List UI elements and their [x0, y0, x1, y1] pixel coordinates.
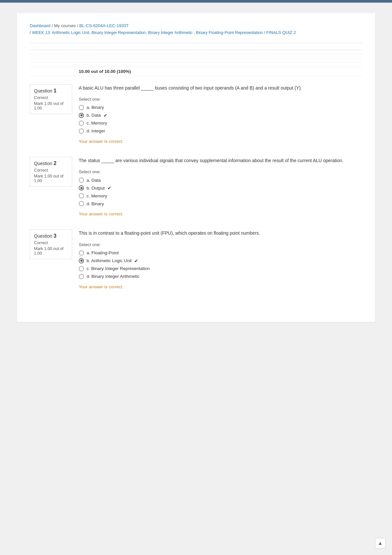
time-taken-label — [30, 62, 75, 67]
started-on-value — [75, 50, 362, 54]
option-2-b: b. Output ✔ — [79, 185, 362, 191]
option-label-3-b: b. Arithmetic Logic Unit — [87, 258, 132, 263]
option-1-d: d. Integer — [79, 128, 362, 134]
state-value — [75, 54, 362, 58]
question-block-3: Question 3 Correct Mark 1.00 out of 1.00… — [30, 229, 362, 289]
breadcrumb-course[interactable]: BL-CS-6204A-LEC-1933T — [79, 23, 129, 28]
question-mark-3: Mark 1.00 out of 1.00 — [34, 246, 68, 256]
info-row-time — [30, 62, 362, 67]
question-text-3: This is in contrast to a floating-point … — [79, 229, 362, 237]
checkmark-icon-2-b: ✔ — [107, 185, 111, 191]
option-label-1-c: c. Memory — [87, 121, 107, 126]
option-label-3-a: a. Floating-Point — [87, 250, 119, 255]
option-2-d: d. Binary — [79, 201, 362, 206]
info-row-state — [30, 54, 362, 58]
option-label-1-b: b. Data — [87, 113, 101, 118]
question-mark-2: Mark 1.00 out of 1.00 — [34, 174, 68, 183]
radio-2-c — [79, 193, 84, 198]
question-status-2: Correct — [34, 168, 68, 173]
state-label — [30, 54, 75, 58]
time-taken-value — [75, 62, 362, 67]
info-row-grade: 10.00 out of 10.00 (100%) — [30, 67, 362, 76]
radio-2-b — [79, 185, 84, 191]
options-list-2: a. Datab. Output ✔c. Memoryd. Binary — [79, 177, 362, 206]
options-list-3: a. Floating-Pointb. Arithmetic Logic Uni… — [79, 250, 362, 279]
question-content-1: A basic ALU has three parallel _____ bus… — [79, 84, 362, 144]
question-sidebar-3: Question 3 Correct Mark 1.00 out of 1.00 — [30, 229, 72, 259]
option-label-2-d: d. Binary — [87, 201, 104, 206]
select-one-label-2: Select one: — [79, 169, 362, 174]
option-label-1-a: a. Binary — [87, 105, 104, 110]
radio-1-d — [79, 128, 84, 134]
breadcrumb: Dashboard / My courses / BL-CS-6204A-LEC… — [30, 23, 362, 36]
option-label-3-d: d. Binary Integer Arithmetic — [87, 274, 139, 279]
question-content-3: This is in contrast to a floating-point … — [79, 229, 362, 289]
completed-on-label — [30, 58, 75, 62]
option-1-b: b. Data ✔ — [79, 113, 362, 118]
select-one-label-3: Select one: — [79, 242, 362, 247]
select-one-label-1: Select one: — [79, 97, 362, 102]
top-bar — [0, 0, 392, 3]
checkmark-icon-1-b: ✔ — [104, 113, 107, 118]
option-label-3-c: c. Binary Integer Representation — [87, 266, 150, 271]
question-number-1: Question 1 — [34, 88, 68, 94]
started-on-label — [30, 50, 75, 54]
feedback-2: Your answer is correct. — [79, 211, 362, 216]
radio-1-a — [79, 105, 84, 110]
grade-label — [30, 67, 75, 76]
radio-1-c — [79, 121, 84, 126]
question-block-2: Question 2 Correct Mark 1.00 out of 1.00… — [30, 157, 362, 216]
question-sidebar-1: Question 1 Correct Mark 1.00 out of 1.00 — [30, 84, 72, 114]
page-wrapper: Dashboard / My courses / BL-CS-6204A-LEC… — [16, 12, 376, 322]
option-label-1-d: d. Integer — [87, 128, 105, 133]
option-1-c: c. Memory — [79, 121, 362, 126]
radio-3-b — [79, 258, 84, 263]
option-1-a: a. Binary — [79, 105, 362, 110]
questions-container: Question 1 Correct Mark 1.00 out of 1.00… — [30, 84, 362, 289]
options-list-1: a. Binaryb. Data ✔c. Memoryd. Integer — [79, 105, 362, 134]
option-3-d: d. Binary Integer Arithmetic — [79, 274, 362, 279]
radio-3-d — [79, 274, 84, 279]
question-sidebar-2: Question 2 Correct Mark 1.00 out of 1.00 — [30, 157, 72, 187]
question-content-2: The status _____ are various individual … — [79, 157, 362, 216]
feedback-1: Your answer is correct. — [79, 139, 362, 144]
quiz-info-table: 10.00 out of 10.00 (100%) — [30, 50, 362, 76]
radio-2-a — [79, 177, 84, 183]
question-status-1: Correct — [34, 95, 68, 100]
grade-value: 10.00 out of 10.00 (100%) — [75, 67, 362, 76]
question-text-1: A basic ALU has three parallel _____ bus… — [79, 84, 362, 92]
checkmark-icon-3-b: ✔ — [134, 258, 138, 263]
option-label-2-b: b. Output — [87, 186, 105, 191]
section-divider — [30, 43, 362, 43]
question-number-3: Question 3 — [34, 233, 68, 239]
breadcrumb-dashboard[interactable]: Dashboard — [30, 23, 51, 28]
completed-on-value — [75, 58, 362, 62]
option-2-c: c. Memory — [79, 193, 362, 198]
option-3-c: c. Binary Integer Representation — [79, 266, 362, 271]
feedback-3: Your answer is correct. — [79, 284, 362, 289]
radio-1-b — [79, 113, 84, 118]
option-3-b: b. Arithmetic Logic Unit ✔ — [79, 258, 362, 263]
question-text-2: The status _____ are various individual … — [79, 157, 362, 164]
radio-2-d — [79, 201, 84, 206]
question-status-3: Correct — [34, 240, 68, 245]
breadcrumb-quiz[interactable]: FINALS QUIZ 2 — [266, 30, 296, 35]
question-block-1: Question 1 Correct Mark 1.00 out of 1.00… — [30, 84, 362, 144]
option-label-2-c: c. Memory — [87, 193, 107, 198]
option-2-a: a. Data — [79, 177, 362, 183]
question-mark-1: Mark 1.00 out of 1.00 — [34, 101, 68, 110]
info-row-started — [30, 50, 362, 54]
breadcrumb-week[interactable]: WEEK 13: Arithmetic Logic Unit, Binary I… — [32, 30, 263, 35]
option-label-2-a: a. Data — [87, 178, 101, 183]
question-number-2: Question 2 — [34, 160, 68, 166]
radio-3-a — [79, 250, 84, 256]
info-row-completed — [30, 58, 362, 62]
radio-3-c — [79, 266, 84, 271]
option-3-a: a. Floating-Point — [79, 250, 362, 256]
